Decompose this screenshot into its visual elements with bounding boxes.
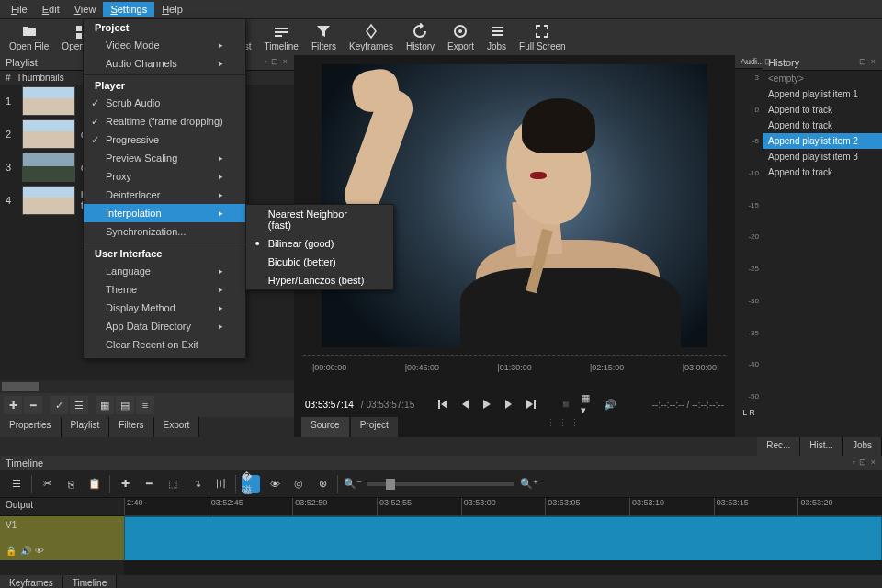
timeline-ruler[interactable]: 2:4003:52:4503:52:5003:52:5503:53:0003:5… [124,498,882,516]
tab-source[interactable]: Source [301,417,349,437]
keyframes-button[interactable]: Keyframes [344,21,399,53]
history-item[interactable]: Append to track [763,102,882,118]
menu-item-realtime-frame-dropping-[interactable]: Realtime (frame dropping) [84,112,245,130]
overwrite-icon[interactable]: ↴ [187,475,206,493]
menu-file[interactable]: File [4,2,35,17]
zoom-in-icon[interactable]: 🔍⁺ [520,475,538,493]
play-icon[interactable] [480,397,494,412]
menu-item-preview-scaling[interactable]: Preview Scaling [84,149,245,167]
tab-export[interactable]: Export [154,417,200,437]
menu-item-video-mode[interactable]: Video Mode [84,36,245,54]
menu-item-proxy[interactable]: Proxy [84,167,245,186]
tab-Hist[interactable]: Hist... [800,437,843,456]
ripple-all-icon[interactable]: ⊛ [313,475,332,493]
grid-view-icon[interactable]: ▦ [96,396,114,414]
submenu-item-bicubic-better-[interactable]: Bicubic (better) [246,253,393,271]
output-track-head[interactable]: Output [0,498,124,516]
submenu-item-nearest-neighbor-fast-[interactable]: Nearest Neighbor (fast) [246,205,393,234]
full-screen-button[interactable]: Full Screen [514,21,571,53]
export-button[interactable]: Export [442,21,480,53]
next-frame-icon[interactable] [502,397,516,412]
skip-end-icon[interactable] [524,397,538,412]
skip-start-icon[interactable] [435,397,450,412]
lift-icon[interactable]: ⬚ [164,475,182,493]
settings-menu: ProjectVideo ModeAudio ChannelsPlayerScr… [83,18,246,359]
tab-timeline[interactable]: Timeline [63,575,117,588]
menu-edit[interactable]: Edit [35,2,67,17]
snap-icon[interactable]: �磁 [242,475,260,493]
tab-properties[interactable]: Properties [0,417,62,437]
scrub-bar[interactable]: |00:00:00|00:45:00|01:30:00|02:15:00|03:… [303,355,726,391]
menu-icon[interactable]: ☰ [7,475,26,493]
menu-item-clear-recent-on-exit[interactable]: Clear Recent on Exit [84,335,245,354]
tab-keyframes[interactable]: Keyframes [0,575,63,588]
history-button[interactable]: History [401,21,440,53]
scrub-icon[interactable]: 👁 [266,475,284,493]
menu-item-synchronization-[interactable]: Synchronization... [84,222,245,241]
history-item[interactable]: Append playlist item 3 [763,149,882,164]
tab-Jobs[interactable]: Jobs [843,437,882,456]
history-item[interactable]: Append playlist item 1 [763,86,882,102]
tab-filters[interactable]: Filters [109,417,153,437]
hide-icon[interactable]: 👁 [35,546,44,556]
audio-meter-title: Audi...⊡× [735,55,763,69]
cut-icon[interactable]: ✂ [38,475,56,493]
playlist-hscroll[interactable] [0,380,294,393]
v1-track-head[interactable]: V1 🔒 🔊 👁 [0,516,124,560]
tab-Rec[interactable]: Rec... [757,437,800,456]
tiles-view-icon[interactable]: ▤ [116,396,134,414]
menu-help[interactable]: Help [154,2,190,17]
filters-button[interactable]: Filters [306,21,342,53]
menu-item-progressive[interactable]: Progressive [84,130,245,149]
copy-icon[interactable]: ⎘ [62,475,80,493]
menubar: FileEditViewSettingsHelp [0,0,882,18]
remove-icon[interactable]: ━ [24,396,42,414]
menu-item-scrub-audio[interactable]: Scrub Audio [84,94,245,112]
timeline-button[interactable]: Timeline [258,21,303,53]
ripple-icon[interactable]: ◎ [289,475,308,493]
right-tabs: Rec...Hist...Jobs [0,437,882,456]
menu-item-deinterlacer[interactable]: Deinterlacer [84,186,245,204]
zoom-slider[interactable] [368,482,514,486]
append-icon[interactable]: ✚ [116,475,134,493]
submenu-item-bilinear-good-[interactable]: Bilinear (good) [246,234,393,253]
volume-icon[interactable]: 🔊 [603,397,617,412]
menu-settings[interactable]: Settings [103,2,154,17]
lock-icon[interactable]: 🔒 [6,546,17,556]
meter-scale: 30-5-10-15-20-25-30-35-40-50 [741,74,759,401]
timeline-footer-tabs: KeyframesTimeline [0,575,882,588]
history-item[interactable]: Append playlist item 2 [763,133,882,149]
zoom-out-icon[interactable]: 🔍⁻ [344,475,362,493]
tab-playlist[interactable]: Playlist [62,417,110,437]
menu-item-audio-channels[interactable]: Audio Channels [84,54,245,73]
menu-item-language[interactable]: Language [84,262,245,280]
submenu-item-hyper-lanczos-best-[interactable]: Hyper/Lanczos (best) [246,271,393,289]
in-out-timecode: --:--:--:-- / --:--:--:-- [652,400,724,410]
menu-item-display-method[interactable]: Display Method [84,299,245,317]
delete-icon[interactable]: ━ [140,475,158,493]
menu-item-app-data-directory[interactable]: App Data Directory [84,317,245,335]
jobs-button[interactable]: Jobs [481,21,512,53]
mute-icon[interactable]: 🔊 [20,546,31,556]
timecode-current[interactable]: 03:53:57:14 [305,400,354,410]
grid-icon[interactable]: ▦ ▾ [581,397,595,412]
open-file-button[interactable]: Open File [4,21,54,53]
menu-item-theme[interactable]: Theme [84,280,245,299]
tab-project[interactable]: Project [351,417,398,437]
zoom-fit-icon[interactable]: ◾ [559,397,573,412]
video-clip[interactable] [124,516,882,560]
paste-icon[interactable]: 📋 [85,475,104,493]
list-view-icon[interactable]: ☰ [70,396,88,414]
history-item[interactable]: Append to track [763,118,882,133]
split-icon[interactable]: 〣 [211,475,230,493]
check-icon[interactable]: ✓ [50,396,68,414]
history-item[interactable]: <empty> [763,71,882,86]
menu-item-interpolation[interactable]: InterpolationNearest Neighbor (fast)Bili… [84,204,245,222]
menu-view[interactable]: View [67,2,104,17]
history-item[interactable]: Append to track [763,164,882,180]
detail-view-icon[interactable]: ≡ [136,396,154,414]
panel-controls-icon[interactable]: ▫ ⊡ × [265,57,288,68]
timeline-header: Timeline▫ ⊡ × [0,456,882,470]
prev-frame-icon[interactable] [458,397,472,412]
add-icon[interactable]: ✚ [4,396,22,414]
